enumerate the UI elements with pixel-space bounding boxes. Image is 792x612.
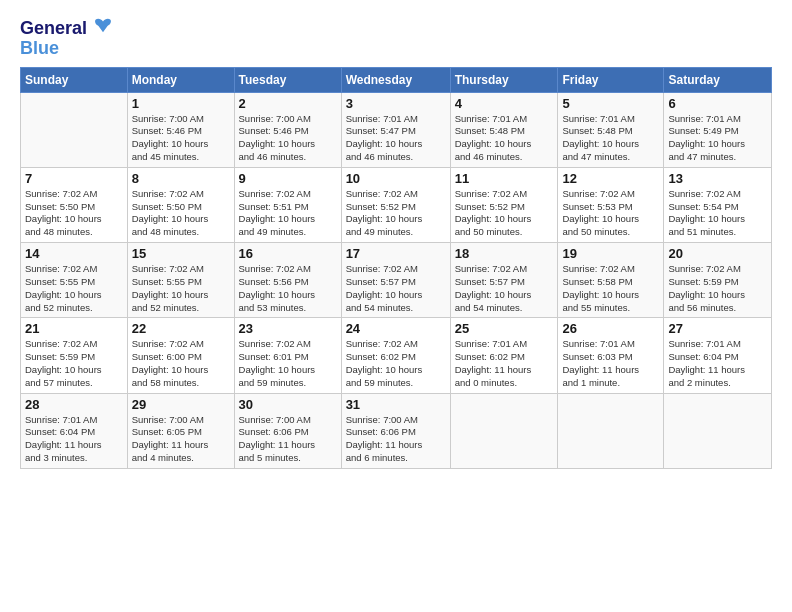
day-number: 13 (668, 171, 767, 186)
day-info: Sunrise: 7:00 AMSunset: 5:46 PMDaylight:… (132, 113, 230, 164)
day-info: Sunrise: 7:02 AMSunset: 5:59 PMDaylight:… (668, 263, 767, 314)
calendar-cell: 21Sunrise: 7:02 AMSunset: 5:59 PMDayligh… (21, 318, 128, 393)
day-info: Sunrise: 7:01 AMSunset: 5:48 PMDaylight:… (562, 113, 659, 164)
day-info: Sunrise: 7:02 AMSunset: 5:58 PMDaylight:… (562, 263, 659, 314)
calendar-cell: 20Sunrise: 7:02 AMSunset: 5:59 PMDayligh… (664, 243, 772, 318)
weekday-header-thursday: Thursday (450, 67, 558, 92)
day-info: Sunrise: 7:01 AMSunset: 6:04 PMDaylight:… (25, 414, 123, 465)
day-info: Sunrise: 7:00 AMSunset: 5:46 PMDaylight:… (239, 113, 337, 164)
day-info: Sunrise: 7:02 AMSunset: 5:52 PMDaylight:… (346, 188, 446, 239)
day-number: 10 (346, 171, 446, 186)
day-number: 21 (25, 321, 123, 336)
day-number: 6 (668, 96, 767, 111)
weekday-header-tuesday: Tuesday (234, 67, 341, 92)
calendar-cell: 18Sunrise: 7:02 AMSunset: 5:57 PMDayligh… (450, 243, 558, 318)
week-row-3: 21Sunrise: 7:02 AMSunset: 5:59 PMDayligh… (21, 318, 772, 393)
day-number: 9 (239, 171, 337, 186)
weekday-header-friday: Friday (558, 67, 664, 92)
calendar-cell: 12Sunrise: 7:02 AMSunset: 5:53 PMDayligh… (558, 167, 664, 242)
calendar-cell (450, 393, 558, 468)
day-info: Sunrise: 7:02 AMSunset: 5:57 PMDaylight:… (346, 263, 446, 314)
calendar-cell: 3Sunrise: 7:01 AMSunset: 5:47 PMDaylight… (341, 92, 450, 167)
day-number: 2 (239, 96, 337, 111)
day-number: 18 (455, 246, 554, 261)
day-number: 16 (239, 246, 337, 261)
week-row-0: 1Sunrise: 7:00 AMSunset: 5:46 PMDaylight… (21, 92, 772, 167)
calendar-cell (558, 393, 664, 468)
calendar-cell: 29Sunrise: 7:00 AMSunset: 6:05 PMDayligh… (127, 393, 234, 468)
day-number: 17 (346, 246, 446, 261)
day-info: Sunrise: 7:01 AMSunset: 6:03 PMDaylight:… (562, 338, 659, 389)
calendar-cell: 4Sunrise: 7:01 AMSunset: 5:48 PMDaylight… (450, 92, 558, 167)
calendar-cell: 11Sunrise: 7:02 AMSunset: 5:52 PMDayligh… (450, 167, 558, 242)
day-number: 31 (346, 397, 446, 412)
calendar-cell: 17Sunrise: 7:02 AMSunset: 5:57 PMDayligh… (341, 243, 450, 318)
day-info: Sunrise: 7:01 AMSunset: 5:48 PMDaylight:… (455, 113, 554, 164)
week-row-2: 14Sunrise: 7:02 AMSunset: 5:55 PMDayligh… (21, 243, 772, 318)
day-number: 8 (132, 171, 230, 186)
day-info: Sunrise: 7:02 AMSunset: 5:53 PMDaylight:… (562, 188, 659, 239)
calendar-cell: 27Sunrise: 7:01 AMSunset: 6:04 PMDayligh… (664, 318, 772, 393)
calendar-table: SundayMondayTuesdayWednesdayThursdayFrid… (20, 67, 772, 469)
weekday-header-monday: Monday (127, 67, 234, 92)
day-info: Sunrise: 7:02 AMSunset: 5:55 PMDaylight:… (132, 263, 230, 314)
day-number: 4 (455, 96, 554, 111)
calendar-cell (664, 393, 772, 468)
weekday-header-wednesday: Wednesday (341, 67, 450, 92)
logo: General Blue (20, 16, 112, 59)
day-number: 26 (562, 321, 659, 336)
day-number: 29 (132, 397, 230, 412)
day-info: Sunrise: 7:02 AMSunset: 6:01 PMDaylight:… (239, 338, 337, 389)
calendar-cell: 8Sunrise: 7:02 AMSunset: 5:50 PMDaylight… (127, 167, 234, 242)
day-number: 11 (455, 171, 554, 186)
day-number: 27 (668, 321, 767, 336)
day-info: Sunrise: 7:00 AMSunset: 6:05 PMDaylight:… (132, 414, 230, 465)
calendar-cell: 6Sunrise: 7:01 AMSunset: 5:49 PMDaylight… (664, 92, 772, 167)
logo-text-line2: Blue (20, 39, 112, 59)
day-info: Sunrise: 7:00 AMSunset: 6:06 PMDaylight:… (239, 414, 337, 465)
day-number: 22 (132, 321, 230, 336)
calendar-cell: 10Sunrise: 7:02 AMSunset: 5:52 PMDayligh… (341, 167, 450, 242)
weekday-header-sunday: Sunday (21, 67, 128, 92)
calendar-cell: 15Sunrise: 7:02 AMSunset: 5:55 PMDayligh… (127, 243, 234, 318)
day-number: 24 (346, 321, 446, 336)
week-row-4: 28Sunrise: 7:01 AMSunset: 6:04 PMDayligh… (21, 393, 772, 468)
calendar-cell: 22Sunrise: 7:02 AMSunset: 6:00 PMDayligh… (127, 318, 234, 393)
day-number: 20 (668, 246, 767, 261)
day-number: 23 (239, 321, 337, 336)
day-info: Sunrise: 7:02 AMSunset: 6:00 PMDaylight:… (132, 338, 230, 389)
day-number: 3 (346, 96, 446, 111)
day-info: Sunrise: 7:02 AMSunset: 5:52 PMDaylight:… (455, 188, 554, 239)
logo-bird-icon (94, 16, 112, 34)
calendar-cell: 14Sunrise: 7:02 AMSunset: 5:55 PMDayligh… (21, 243, 128, 318)
calendar-cell (21, 92, 128, 167)
day-info: Sunrise: 7:01 AMSunset: 6:02 PMDaylight:… (455, 338, 554, 389)
day-info: Sunrise: 7:02 AMSunset: 6:02 PMDaylight:… (346, 338, 446, 389)
day-info: Sunrise: 7:02 AMSunset: 5:54 PMDaylight:… (668, 188, 767, 239)
day-number: 15 (132, 246, 230, 261)
logo-text-line1: General (20, 16, 112, 39)
day-info: Sunrise: 7:01 AMSunset: 5:47 PMDaylight:… (346, 113, 446, 164)
day-number: 19 (562, 246, 659, 261)
calendar-cell: 2Sunrise: 7:00 AMSunset: 5:46 PMDaylight… (234, 92, 341, 167)
calendar-cell: 25Sunrise: 7:01 AMSunset: 6:02 PMDayligh… (450, 318, 558, 393)
calendar-cell: 31Sunrise: 7:00 AMSunset: 6:06 PMDayligh… (341, 393, 450, 468)
calendar-cell: 19Sunrise: 7:02 AMSunset: 5:58 PMDayligh… (558, 243, 664, 318)
day-info: Sunrise: 7:02 AMSunset: 5:57 PMDaylight:… (455, 263, 554, 314)
day-info: Sunrise: 7:00 AMSunset: 6:06 PMDaylight:… (346, 414, 446, 465)
day-number: 5 (562, 96, 659, 111)
calendar-cell: 7Sunrise: 7:02 AMSunset: 5:50 PMDaylight… (21, 167, 128, 242)
day-number: 1 (132, 96, 230, 111)
calendar-cell: 28Sunrise: 7:01 AMSunset: 6:04 PMDayligh… (21, 393, 128, 468)
calendar-cell: 5Sunrise: 7:01 AMSunset: 5:48 PMDaylight… (558, 92, 664, 167)
day-info: Sunrise: 7:01 AMSunset: 5:49 PMDaylight:… (668, 113, 767, 164)
week-row-1: 7Sunrise: 7:02 AMSunset: 5:50 PMDaylight… (21, 167, 772, 242)
calendar-cell: 13Sunrise: 7:02 AMSunset: 5:54 PMDayligh… (664, 167, 772, 242)
day-number: 28 (25, 397, 123, 412)
header: General Blue (20, 16, 772, 59)
weekday-header-saturday: Saturday (664, 67, 772, 92)
day-info: Sunrise: 7:02 AMSunset: 5:50 PMDaylight:… (132, 188, 230, 239)
calendar-cell: 16Sunrise: 7:02 AMSunset: 5:56 PMDayligh… (234, 243, 341, 318)
day-number: 7 (25, 171, 123, 186)
calendar-cell: 9Sunrise: 7:02 AMSunset: 5:51 PMDaylight… (234, 167, 341, 242)
